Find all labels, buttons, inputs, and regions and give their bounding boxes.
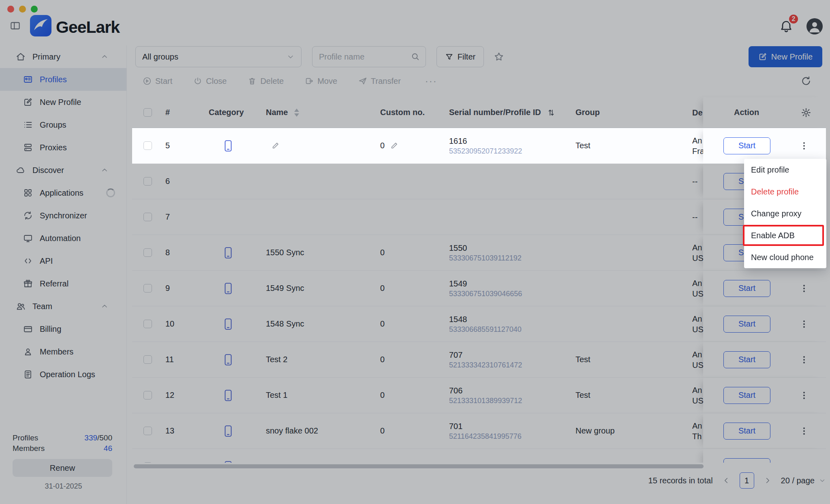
start-button[interactable]: Start: [723, 423, 770, 440]
refresh-icon[interactable]: [801, 76, 811, 86]
bulk-close-button[interactable]: Close: [193, 77, 227, 86]
row-menu-icon[interactable]: [799, 141, 809, 151]
sidebar-toggle-icon[interactable]: [10, 20, 21, 31]
sidebar-item-referral[interactable]: Referral: [0, 272, 126, 295]
menu-item-edit-profile[interactable]: Edit profile: [744, 159, 826, 181]
bulk-more-button[interactable]: ···: [425, 75, 437, 87]
profiles-usage-row: Profiles 339/500: [13, 434, 112, 442]
start-button[interactable]: Start: [723, 316, 770, 333]
play-circle-icon: [143, 77, 152, 85]
chevron-down-icon: [287, 53, 295, 61]
start-button[interactable]: Start: [723, 137, 770, 154]
table-row-6[interactable]: 6 -- Start: [132, 164, 826, 199]
filter-button[interactable]: Filter: [436, 46, 484, 67]
row-menu-icon[interactable]: [799, 355, 809, 365]
renew-button[interactable]: Renew: [13, 459, 112, 477]
bulk-delete-button[interactable]: Delete: [248, 77, 284, 86]
row-checkbox[interactable]: [143, 177, 152, 186]
sidebar-item-proxies[interactable]: Proxies: [0, 136, 126, 159]
table-row-13[interactable]: 13 snoy flake 002 0 701 5211642358419957…: [132, 413, 826, 449]
edit-custom-no-icon[interactable]: [390, 141, 399, 150]
profile-name-search-input[interactable]: [318, 52, 411, 62]
search-icon[interactable]: [411, 52, 420, 61]
phone-icon: [223, 461, 233, 463]
bulk-start-button[interactable]: Start: [143, 77, 172, 86]
table-row-14-partial[interactable]: 677 An Start: [132, 449, 826, 463]
zoom-window-button[interactable]: [31, 6, 38, 13]
sidebar-item-operation-logs[interactable]: Operation Logs: [0, 363, 126, 386]
table-row-8[interactable]: 8 1550 Sync 0 1550 533306751039112192 An…: [132, 235, 826, 271]
table-row-10[interactable]: 10 1548 Sync 0 1548 533306685591127040 A…: [132, 306, 826, 342]
user-avatar[interactable]: [806, 18, 823, 34]
row-checkbox[interactable]: [143, 141, 152, 150]
select-all-checkbox[interactable]: [143, 108, 152, 117]
row-menu-icon[interactable]: [799, 426, 809, 436]
table-row-5[interactable]: 5 0 1616 535230952071233922 Test An Fra …: [132, 128, 826, 164]
close-window-button[interactable]: [7, 6, 14, 13]
prev-page-chevron-icon[interactable]: [722, 476, 731, 485]
bulk-transfer-button[interactable]: Transfer: [358, 77, 401, 86]
row-menu-icon[interactable]: [799, 391, 809, 400]
row-checkbox[interactable]: [143, 213, 152, 221]
menu-item-new-cloud-phone[interactable]: New cloud phone: [744, 246, 826, 268]
menu-item-delete-profile[interactable]: Delete profile: [744, 181, 826, 203]
sidebar-item-label: Synchronizer: [40, 211, 87, 220]
menu-item-enable-adb[interactable]: Enable ADB: [744, 224, 826, 246]
next-page-chevron-icon[interactable]: [763, 476, 772, 485]
ellipsis-icon: ···: [425, 75, 437, 87]
minimize-window-button[interactable]: [19, 6, 26, 13]
edit-name-icon[interactable]: [272, 141, 280, 150]
sidebar-item-profiles[interactable]: Profiles: [0, 68, 126, 91]
row-checkbox[interactable]: [143, 355, 152, 364]
new-profile-button[interactable]: New Profile: [749, 46, 822, 67]
sidebar-item-label: Team: [32, 302, 52, 311]
table-row-11[interactable]: 11 Test 2 0 707 521333342310761472 Test …: [132, 342, 826, 378]
sidebar-section-primary[interactable]: Primary: [0, 45, 126, 68]
row-checkbox[interactable]: [143, 284, 152, 293]
page-size-select[interactable]: 20 / page: [781, 476, 826, 485]
name-sort-icon[interactable]: [294, 109, 299, 117]
saved-filter-star-icon[interactable]: [494, 51, 504, 62]
menu-item-change-proxy[interactable]: Change proxy: [744, 203, 826, 224]
horizontal-scrollbar-thumb[interactable]: [134, 464, 704, 468]
current-page-button[interactable]: 1: [740, 472, 754, 489]
sidebar-item-api[interactable]: API: [0, 250, 126, 272]
serial-number: 706: [449, 385, 462, 396]
row-menu-icon[interactable]: [799, 319, 809, 329]
sidebar-item-billing[interactable]: Billing: [0, 318, 126, 340]
bulk-move-button[interactable]: Move: [305, 77, 337, 86]
chevron-up-icon[interactable]: [101, 53, 109, 61]
row-checkbox[interactable]: [143, 427, 152, 435]
row-checkbox[interactable]: [143, 248, 152, 257]
column-settings-gear-icon[interactable]: [801, 107, 811, 118]
row-checkbox[interactable]: [143, 462, 152, 463]
row-checkbox[interactable]: [143, 320, 152, 328]
sidebar-item-automation[interactable]: Automation: [0, 227, 126, 250]
sidebar-section-team[interactable]: Team: [0, 295, 126, 318]
sidebar-item-groups[interactable]: Groups: [0, 113, 126, 136]
phone-icon: [223, 425, 233, 437]
table-row-12[interactable]: 12 Test 1 0 706 521333101389939712 Test …: [132, 378, 826, 413]
row-checkbox[interactable]: [143, 391, 152, 399]
start-button[interactable]: Start: [723, 280, 770, 297]
chevron-up-icon[interactable]: [101, 302, 109, 310]
sidebar-item-synchronizer[interactable]: Synchronizer: [0, 204, 126, 227]
chevron-up-icon[interactable]: [101, 166, 109, 174]
members-usage-row: Members 46: [13, 444, 112, 453]
row-action-cell: Start: [703, 413, 826, 448]
sidebar-item-members[interactable]: Members: [0, 340, 126, 363]
device-os: An: [692, 421, 702, 431]
sidebar-section-discover[interactable]: Discover: [0, 159, 126, 182]
start-button[interactable]: Start: [723, 351, 770, 368]
serial-sort-icon[interactable]: [547, 108, 556, 117]
table-row-7[interactable]: 7 -- Start: [132, 199, 826, 235]
table-row-9[interactable]: 9 1549 Sync 0 1549 533306751039046656 An…: [132, 271, 826, 306]
sidebar-item-new-profile[interactable]: New Profile: [0, 91, 126, 113]
column-name: Name: [266, 97, 299, 128]
row-menu-icon[interactable]: [799, 284, 809, 293]
start-button[interactable]: Start: [723, 458, 770, 463]
group-filter-select[interactable]: All groups: [135, 46, 302, 67]
edit-square-icon: [758, 52, 767, 61]
start-button[interactable]: Start: [723, 387, 770, 404]
sidebar-item-applications[interactable]: Applications: [0, 182, 126, 204]
